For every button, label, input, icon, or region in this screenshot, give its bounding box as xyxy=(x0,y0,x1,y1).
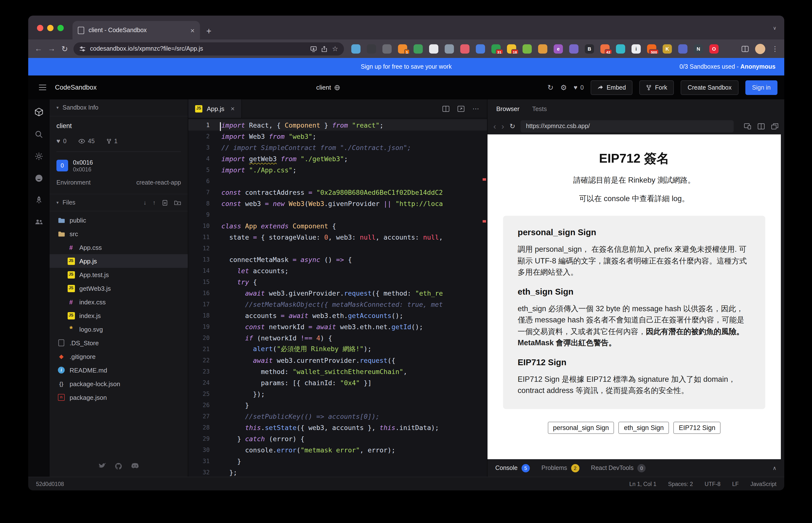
page-button-personal-sign-sign[interactable]: personal_sign Sign xyxy=(548,422,614,434)
code-line-2[interactable]: 2import Web3 from "web3"; xyxy=(188,130,487,142)
preview-forward-icon[interactable]: › xyxy=(502,122,504,130)
privacy-globe-icon[interactable] xyxy=(335,85,340,90)
share-icon[interactable] xyxy=(321,46,328,52)
url-bar[interactable]: codesandbox.io/s/xpmnzc?file=/src/App.js… xyxy=(74,42,344,55)
install-app-icon[interactable] xyxy=(310,46,317,52)
fork-button[interactable]: Fork xyxy=(640,80,674,95)
code-line-3[interactable]: 3// import SimpleContract from "./Contra… xyxy=(188,142,487,153)
code-line-7[interactable]: 7const contractAddress = "0x2a980B680Aed… xyxy=(188,186,487,198)
code-line-20[interactable]: 20 if (networkId !== 4) { xyxy=(188,332,487,343)
more-actions-icon[interactable]: ⋯ xyxy=(472,105,479,112)
code-line-9[interactable]: 9 xyxy=(188,209,487,220)
extension-icon[interactable]: 1 xyxy=(398,44,407,53)
like-counter[interactable]: ♥0 xyxy=(573,84,584,91)
extension-icon[interactable]: O xyxy=(709,44,719,53)
code-line-1[interactable]: 1import React, { Component } from "react… xyxy=(188,119,487,130)
sign-in-button[interactable]: Sign in xyxy=(745,80,777,95)
extension-icon[interactable] xyxy=(414,44,423,53)
reload-button[interactable]: ↻ xyxy=(60,44,69,53)
page-button-eth-sign-sign[interactable]: eth_sign Sign xyxy=(619,422,669,434)
tab-overview-chevron-icon[interactable]: ∨ xyxy=(773,25,776,31)
console-tab-react-devtools[interactable]: React DevTools0 xyxy=(591,464,646,472)
browser-tab[interactable]: client - CodeSandbox × xyxy=(73,21,200,39)
extension-icon[interactable]: e xyxy=(554,44,563,53)
forward-button[interactable]: → xyxy=(47,44,56,53)
new-folder-icon[interactable] xyxy=(174,200,181,206)
open-preview-icon[interactable] xyxy=(457,105,465,112)
menu-hamburger-icon[interactable] xyxy=(39,85,46,90)
file-row-App.css[interactable]: #App.css xyxy=(50,241,188,254)
code-line-5[interactable]: 5import "./App.css"; xyxy=(188,164,487,175)
preview-back-icon[interactable]: ‹ xyxy=(493,122,496,130)
banner-message[interactable]: Sign up for free to save your work xyxy=(361,63,452,70)
split-editor-icon[interactable] xyxy=(442,105,450,112)
extension-icon[interactable] xyxy=(476,44,485,53)
extension-icon[interactable]: K xyxy=(663,44,672,53)
code-line-18[interactable]: 18 accounts = await web3.eth.getAccounts… xyxy=(188,310,487,321)
file-row-App.js[interactable]: JSApp.js xyxy=(50,254,188,268)
status-item[interactable]: Spaces: 2 xyxy=(668,481,693,487)
code-line-30[interactable]: 30 console.error("metmask error", error)… xyxy=(188,444,487,455)
extension-icon[interactable] xyxy=(678,44,687,53)
code-line-32[interactable]: 32 }; xyxy=(188,467,487,477)
code-line-25[interactable]: 25 }); xyxy=(188,388,487,399)
status-item[interactable]: UTF-8 xyxy=(705,481,720,487)
file-row-package.json[interactable]: npackage.json xyxy=(50,391,188,404)
responsive-mode-icon[interactable] xyxy=(744,123,751,129)
team-icon[interactable] xyxy=(35,218,43,227)
extension-icon[interactable] xyxy=(569,44,579,53)
new-file-icon[interactable] xyxy=(162,200,168,206)
file-row-logo.svg[interactable]: *logo.svg xyxy=(50,323,188,336)
status-item[interactable]: JavaScript xyxy=(751,481,776,487)
extension-icon[interactable] xyxy=(367,44,376,53)
file-row-package-lock.json[interactable]: {}package-lock.json xyxy=(50,377,188,391)
twitter-icon[interactable] xyxy=(98,463,106,469)
code-line-26[interactable]: 26 } xyxy=(188,399,487,411)
page-button-eip712-sign[interactable]: EIP712 Sign xyxy=(674,422,721,434)
file-row-index.js[interactable]: JSindex.js xyxy=(50,309,188,323)
author-row[interactable]: 0 0x0016 0x0016 xyxy=(56,159,181,173)
back-button[interactable]: ← xyxy=(34,44,43,53)
file-row-.gitignore[interactable]: ◆.gitignore xyxy=(50,350,188,363)
settings-icon[interactable] xyxy=(35,152,43,161)
code-line-11[interactable]: 11 state = { storageValue: 0, web3: null… xyxy=(188,231,487,242)
github-icon[interactable] xyxy=(35,174,43,183)
code-line-29[interactable]: 29 } catch (error) { xyxy=(188,433,487,444)
file-row-getWeb3.js[interactable]: JSgetWeb3.js xyxy=(50,282,188,295)
extension-icon[interactable]: B xyxy=(585,44,594,53)
settings-gear-icon[interactable]: ⚙ xyxy=(560,84,567,91)
extension-icon[interactable] xyxy=(445,44,454,53)
github-icon[interactable] xyxy=(115,463,122,470)
extension-icon[interactable]: i xyxy=(631,44,641,53)
console-tab-console[interactable]: Console5 xyxy=(495,464,530,472)
file-row-README.md[interactable]: iREADME.md xyxy=(50,363,188,377)
extension-icon[interactable] xyxy=(460,44,470,53)
code-line-28[interactable]: 28 this.setState({ web3, accounts }, thi… xyxy=(188,422,487,433)
embed-button[interactable]: Embed xyxy=(591,80,633,95)
site-settings-icon[interactable] xyxy=(79,46,86,52)
extension-icon[interactable]: 42 xyxy=(600,44,610,53)
split-preview-icon[interactable] xyxy=(757,123,765,129)
brand-title[interactable]: CodeSandbox xyxy=(55,84,97,91)
new-tab-button[interactable]: + xyxy=(206,27,211,36)
extension-icon[interactable] xyxy=(616,44,625,53)
code-line-21[interactable]: 21 alert("必須使用 Rinkeby 網絡!"); xyxy=(188,343,487,355)
profile-avatar[interactable] xyxy=(755,43,765,54)
close-tab-icon[interactable]: × xyxy=(231,105,234,112)
fullscreen-window-button[interactable] xyxy=(57,25,64,31)
code-line-24[interactable]: 24 params: [{ chainId: "0x4" }] xyxy=(188,377,487,388)
code-line-6[interactable]: 6 xyxy=(188,175,487,186)
sandbox-info-header[interactable]: ▾ Sandbox Info xyxy=(50,100,188,116)
extension-icon[interactable]: N xyxy=(694,44,703,53)
extension-icon[interactable]: 31 xyxy=(491,44,501,53)
status-item[interactable]: Ln 1, Col 1 xyxy=(629,481,656,487)
code-line-19[interactable]: 19 const networkId = await web3.eth.net.… xyxy=(188,321,487,332)
tab-split-icon[interactable] xyxy=(741,45,749,52)
deployment-rocket-icon[interactable] xyxy=(35,196,43,204)
file-row-public[interactable]: public xyxy=(50,214,188,227)
code-line-12[interactable]: 12 xyxy=(188,242,487,254)
extension-icon[interactable] xyxy=(538,44,547,53)
minimize-window-button[interactable] xyxy=(47,25,54,31)
code-line-22[interactable]: 22 await web3.currentProvider.request({ xyxy=(188,355,487,366)
file-row-App.test.js[interactable]: JSApp.test.js xyxy=(50,268,188,282)
